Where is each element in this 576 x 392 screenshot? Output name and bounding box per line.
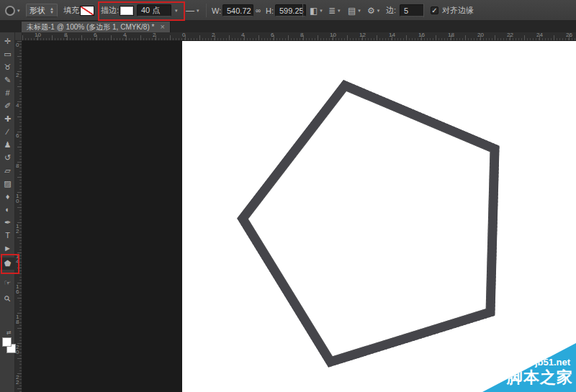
path-arrangement-button[interactable]: ▤ ▾ [348, 0, 361, 21]
ruler-tick-label: 8 [64, 32, 67, 38]
tool-mode-select[interactable]: 形状 ▲▼ [26, 0, 58, 21]
move-tool[interactable]: ✛ [0, 35, 15, 47]
polygon-preset-icon [5, 6, 15, 16]
ruler-tick-label: 1 8 [16, 314, 19, 324]
ruler-tick-label: 22 [507, 32, 513, 38]
shape-width-field[interactable]: 540.72 [222, 0, 253, 21]
close-icon[interactable]: × [160, 23, 164, 31]
healing-brush-tool[interactable]: ✚ [0, 113, 15, 125]
ruler-tick-label: 2 [16, 73, 19, 78]
checkmark-icon: ✓ [431, 6, 438, 14]
foreground-color-swatch[interactable] [2, 337, 12, 347]
chevron-down-icon: ▾ [175, 8, 178, 14]
ruler-tick-label: 12 [359, 32, 366, 38]
crop-tool[interactable]: # [0, 87, 15, 99]
chevron-down-icon: ▾ [197, 8, 199, 14]
quick-selection-tool[interactable]: ✎ [0, 74, 15, 86]
gradient-tool[interactable]: ▨ [0, 178, 15, 190]
stroke-color-icon [120, 6, 134, 16]
no-fill-icon [80, 6, 94, 16]
ruler-tick-label: 6 [94, 32, 96, 38]
blur-tool[interactable]: ♦ [0, 191, 15, 203]
ruler-tick-label: 24 [536, 32, 543, 38]
tool-mode-value: 形状 [30, 5, 45, 16]
zoom-tool[interactable]: ⚲ [0, 289, 17, 309]
pen-tool[interactable]: ✒ [0, 216, 15, 229]
height-label: H: [266, 6, 274, 15]
fill-label: 填充: [63, 5, 81, 16]
brush-tool[interactable]: ∕ [0, 126, 15, 138]
pentagon-stroke [243, 86, 495, 362]
document-tab[interactable]: 未标题-1 @ 100% (多边形 1, CMYK/8) * × [22, 22, 171, 32]
gear-icon: ⚙ [367, 6, 375, 15]
lasso-tool[interactable]: ♉ [0, 61, 15, 73]
photoshop-window: ▾ 形状 ▲▼ 填充: 描边: 40 点 ▾ — [0, 0, 576, 392]
hand-tool[interactable]: ☞ [0, 277, 15, 289]
shape-height-field[interactable]: 599.25 [275, 0, 306, 21]
path-operations-button[interactable]: ◧ ▾ [310, 0, 323, 21]
ruler-tick-label: 8 [16, 163, 19, 168]
toolbox: ✛▭♉✎#✐✚∕♟↺▱▨♦◐✒T►⬟☞⚲ ⇄ ▣ ◱ [0, 32, 15, 392]
ruler-tick-label: 0 [16, 42, 19, 47]
path-alignment-button[interactable]: ≣ ▾ [328, 0, 341, 21]
horizontal-ruler: 10864202468101214161820222426 [22, 32, 576, 41]
select-arrows-icon: ▲▼ [50, 7, 54, 14]
link-dimensions-icon[interactable]: ∞ [256, 0, 261, 21]
pentagon-shape [182, 41, 576, 392]
ruler-tick-label: 14 [389, 32, 395, 38]
ruler-tick-label: 1 4 [16, 254, 19, 264]
ruler-tick-label: 18 [448, 32, 454, 38]
sides-label: 边: [386, 5, 396, 16]
document-title: 未标题-1 @ 100% (多边形 1, CMYK/8) * [27, 22, 154, 32]
stroke-style-picker[interactable]: — ▾ [186, 0, 199, 21]
clone-stamp-tool[interactable]: ♟ [0, 139, 15, 151]
ruler-tick-label: 0 [182, 32, 185, 38]
marquee-tool[interactable]: ▭ [0, 48, 15, 60]
chevron-down-icon: ▾ [17, 8, 20, 14]
ruler-tick-label: 2 [153, 32, 156, 38]
path-alignment-icon: ≣ [328, 6, 336, 15]
geometry-options-button[interactable]: ⚙ ▾ [367, 0, 379, 21]
ruler-tick-label: 20 [477, 32, 484, 38]
ruler-tick-label: 2 [212, 32, 215, 38]
stroke-line-icon: — [186, 6, 194, 15]
ruler-tick-label: 1 0 [16, 193, 19, 204]
history-brush-tool[interactable]: ↺ [0, 152, 15, 164]
canvas[interactable]: jb51.net 脚本之家 [182, 41, 576, 392]
ruler-tick-label: 2 2 [16, 375, 19, 385]
ruler-tick-label: 10 [330, 32, 336, 38]
path-operations-icon: ◧ [310, 6, 318, 15]
path-selection-tool[interactable]: ► [0, 242, 15, 255]
stroke-swatch[interactable] [120, 0, 134, 21]
ruler-tick-label: 8 [300, 32, 303, 38]
polygon-shape-tool[interactable]: ⬟ [0, 257, 15, 270]
fill-swatch[interactable] [80, 0, 94, 21]
stroke-width-field[interactable]: 40 点 [137, 0, 171, 21]
type-tool[interactable]: T [0, 229, 15, 242]
ruler-tick-label: 6 [16, 133, 19, 138]
tab-bar: 未标题-1 @ 100% (多边形 1, CMYK/8) * × [0, 21, 576, 32]
ruler-tick-label: 1 6 [16, 284, 19, 294]
ruler-tick-label: 16 [418, 32, 425, 38]
ruler-tick-label: 26 [566, 32, 572, 38]
sides-field[interactable]: 5 [400, 0, 424, 21]
path-arrangement-icon: ▤ [348, 6, 356, 15]
eyedropper-tool[interactable]: ✐ [0, 100, 15, 112]
ruler-corner [15, 32, 22, 41]
ruler-tick-label: 4 [123, 32, 126, 38]
ruler-tick-label: 4 [16, 103, 19, 108]
ruler-tick-label: 6 [271, 32, 274, 38]
ruler-tick-label: 1 2 [16, 224, 19, 234]
stroke-label: 描边: [101, 5, 119, 16]
vertical-ruler: 024681 01 21 41 61 82 02 2 [15, 41, 22, 392]
pasteboard [22, 41, 182, 392]
options-bar: ▾ 形状 ▲▼ 填充: 描边: 40 点 ▾ — [0, 0, 576, 21]
stroke-width-dropdown[interactable]: ▾ [173, 0, 178, 21]
ruler-tick-label: 10 [35, 32, 41, 38]
eraser-tool[interactable]: ▱ [0, 165, 15, 177]
align-edges-label: 对齐边缘 [442, 5, 474, 16]
align-edges-checkbox[interactable]: ✓ [431, 0, 438, 21]
dodge-tool[interactable]: ◐ [0, 204, 15, 216]
swap-colors-icon[interactable]: ⇄ [6, 329, 12, 336]
tool-preset-button[interactable]: ▾ [5, 0, 20, 21]
